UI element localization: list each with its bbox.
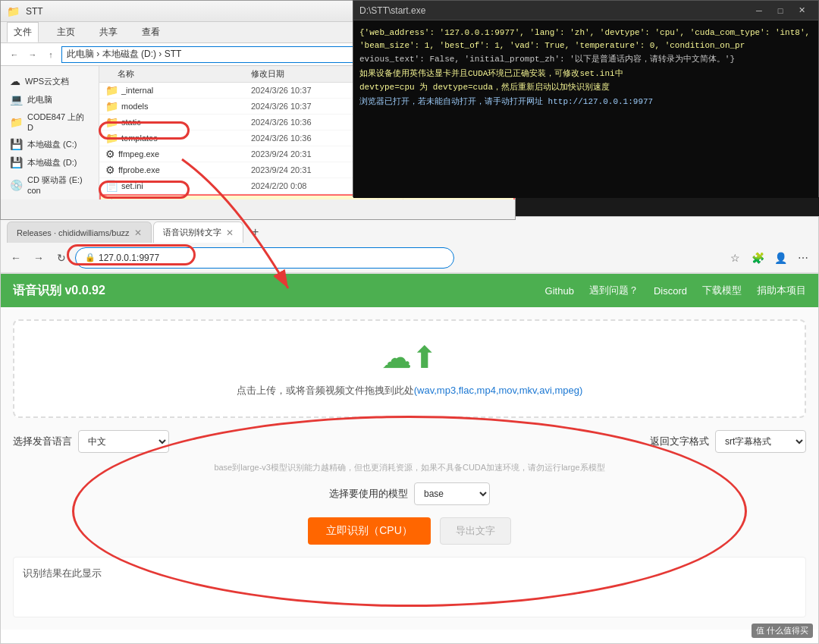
- terminal-title: D:\STT\start.exe: [359, 5, 748, 16]
- upload-text-part1: 点击上传，或将音频视频文件拖拽到此处: [237, 385, 414, 396]
- sidebar-item-pc[interactable]: 💻 此电脑: [1, 90, 99, 108]
- file-name-text: models: [121, 102, 148, 111]
- nav-github[interactable]: Github: [545, 285, 574, 297]
- settings-row-1: 选择发音语言 中文 返回文字格式 srt字幕格式: [13, 430, 806, 453]
- watermark: 值 什么值得买: [752, 624, 813, 638]
- model-row: 选择要使用的模型 base: [13, 482, 806, 505]
- upload-area[interactable]: ☁⬆ 点击上传，或将音频视频文件拖拽到此处(wav,mp3,flac,mp4,m…: [13, 319, 806, 418]
- browser-back-btn[interactable]: ←: [7, 249, 25, 267]
- upload-cloud-icon: ☁⬆: [381, 340, 438, 375]
- file-name-text: ffprobe.exe: [118, 165, 160, 174]
- new-tab-button[interactable]: +: [245, 221, 266, 243]
- extension-icon[interactable]: 🧩: [748, 249, 767, 267]
- browser-forward-btn[interactable]: →: [30, 249, 48, 267]
- url-text: 127.0.0.1:9977: [99, 253, 159, 263]
- sidebar-item-drive-d[interactable]: 💾 本地磁盘 (D:): [1, 153, 99, 171]
- ribbon-tab-view[interactable]: 查看: [136, 23, 166, 42]
- format-select[interactable]: srt字幕格式: [715, 430, 806, 453]
- terminal-line: 浏览器已打开，若未能自动打开，请手动打开网址 http://127.0.0.1:…: [359, 96, 812, 108]
- file-name-text: _internal: [121, 86, 153, 95]
- file-type-icon: 📁: [105, 132, 118, 144]
- terminal-close[interactable]: ✕: [791, 3, 812, 18]
- settings-icon[interactable]: ⋯: [794, 249, 812, 267]
- file-name-text: ffmpeg.exe: [118, 149, 159, 159]
- browser-tab-releases[interactable]: Releases · chididwilliams/buzz ✕: [7, 221, 152, 243]
- forward-button[interactable]: →: [25, 47, 40, 62]
- app-title: 语音识别 v0.0.92: [13, 283, 105, 299]
- terminal-line: devtype=cpu 为 devtype=cuda，然后重新启动以加快识别速度: [359, 81, 812, 94]
- export-button[interactable]: 导出文字: [440, 517, 511, 545]
- sidebar-item-wps[interactable]: ☁ WPS云文档: [1, 72, 99, 90]
- nav-download[interactable]: 下载模型: [702, 284, 742, 297]
- nav-issues[interactable]: 遇到问题？: [589, 284, 639, 297]
- terminal-window: D:\STT\start.exe ─ □ ✕ {'web_address': '…: [353, 0, 819, 197]
- folder-icon: 📁: [7, 5, 20, 17]
- browser-window: Releases · chididwilliams/buzz ✕ 语音识别转文字…: [0, 216, 819, 644]
- back-button[interactable]: ←: [7, 47, 22, 62]
- terminal-line: {'web_address': '127.0.0.1:9977', 'lang'…: [359, 27, 812, 52]
- profile-icon[interactable]: 👤: [771, 249, 789, 267]
- url-bar[interactable]: 🔒 127.0.0.1:9977: [75, 247, 454, 269]
- terminal-line: evious_text': False, 'initial_prompt_zh'…: [359, 53, 812, 66]
- model-label: 选择要使用的模型: [329, 487, 408, 501]
- url-lock-icon: 🔒: [85, 253, 96, 262]
- browser-tabs: Releases · chididwilliams/buzz ✕ 语音识别转文字…: [1, 217, 818, 243]
- file-name-cell: 📁 _internal: [99, 84, 251, 96]
- recognize-button[interactable]: 立即识别（CPU）: [308, 517, 431, 545]
- browser-refresh-btn[interactable]: ↻: [52, 249, 71, 267]
- sidebar-drived-label: 本地磁盘 (D:): [27, 157, 77, 168]
- sidebar-cd-label: CD 驱动器 (E:) con: [27, 174, 89, 195]
- file-name-text: templates: [121, 134, 158, 143]
- cloud-icon: ☁: [10, 75, 20, 87]
- sidebar-code847-label: CODE847 上的 D: [27, 112, 89, 132]
- tab-speech-close[interactable]: ✕: [226, 228, 234, 238]
- file-type-icon: 📄: [105, 180, 118, 192]
- file-name-cell: ⚙ start.exe: [101, 197, 253, 199]
- file-type-icon: ⚙: [107, 197, 117, 199]
- file-type-icon: 📁: [105, 84, 118, 96]
- sidebar-item-code847[interactable]: 📁 CODE847 上的 D: [1, 108, 99, 135]
- language-select[interactable]: 中文: [78, 430, 169, 453]
- sidebar-pc-label: 此电脑: [27, 94, 52, 105]
- sidebar-drivec-label: 本地磁盘 (C:): [27, 139, 77, 150]
- sidebar-item-drive-c[interactable]: 💾 本地磁盘 (C:): [1, 135, 99, 153]
- file-name-cell: 📁 static: [99, 116, 251, 128]
- file-name-cell: ⚙ ffprobe.exe: [99, 164, 251, 176]
- nav-discord[interactable]: Discord: [654, 285, 687, 297]
- model-select[interactable]: base: [414, 482, 490, 505]
- nav-donate[interactable]: 捐助本项目: [757, 284, 806, 297]
- up-button[interactable]: ↑: [43, 47, 58, 62]
- tab-releases-close[interactable]: ✕: [134, 228, 142, 238]
- sidebar-nav: ☁ WPS云文档 💻 此电脑 📁 CODE847 上的 D 💾 本地磁盘 (C:…: [1, 66, 99, 199]
- format-label: 返回文字格式: [650, 435, 709, 448]
- file-type-icon: 📁: [105, 116, 118, 128]
- terminal-maximize[interactable]: □: [770, 3, 791, 18]
- file-type-icon: 📁: [105, 100, 118, 112]
- drive-d-icon: 💾: [10, 156, 23, 168]
- upload-text: 点击上传，或将音频视频文件拖拽到此处(wav,mp3,flac,mp4,mov,…: [237, 384, 583, 397]
- ribbon-tab-home[interactable]: 主页: [51, 23, 81, 42]
- terminal-titlebar: D:\STT\start.exe ─ □ ✕: [353, 1, 818, 20]
- bookmark-icon[interactable]: ☆: [726, 249, 744, 267]
- app-content: ☁⬆ 点击上传，或将音频视频文件拖拽到此处(wav,mp3,flac,mp4,m…: [1, 307, 818, 630]
- browser-tab-speech[interactable]: 语音识别转文字 ✕: [153, 221, 243, 243]
- terminal-body: {'web_address': '127.0.0.1:9977', 'lang'…: [353, 20, 818, 198]
- browser-chrome: Releases · chididwilliams/buzz ✕ 语音识别转文字…: [1, 217, 818, 274]
- ribbon-tab-file[interactable]: 文件: [7, 22, 39, 42]
- language-label: 选择发音语言: [13, 435, 72, 448]
- file-name-cell: 📄 set.ini: [99, 180, 251, 192]
- language-group: 选择发音语言 中文: [13, 430, 169, 453]
- ribbon-tab-share[interactable]: 共享: [93, 23, 124, 42]
- app-navbar: 语音识别 v0.0.92 Github 遇到问题？ Discord 下载模型 捐…: [1, 274, 818, 307]
- file-name-text: set.ini: [121, 181, 143, 190]
- sidebar-item-cd[interactable]: 💿 CD 驱动器 (E:) con: [1, 171, 99, 198]
- terminal-minimize[interactable]: ─: [748, 3, 770, 18]
- hint-text: base到large-v3模型识别能力越精确，但也更消耗资源，如果不具备CUDA…: [13, 462, 806, 473]
- drive-c-icon: 💾: [10, 138, 23, 150]
- result-label: 识别结果在此显示: [23, 567, 796, 580]
- format-group: 返回文字格式 srt字幕格式: [650, 430, 806, 453]
- pc-icon: 💻: [10, 93, 23, 105]
- terminal-line: 如果设备使用英伟达显卡并且CUDA环境已正确安装，可修改set.ini中: [359, 68, 812, 80]
- file-name-cell: 📁 templates: [99, 132, 251, 144]
- file-type-icon: ⚙: [105, 148, 115, 160]
